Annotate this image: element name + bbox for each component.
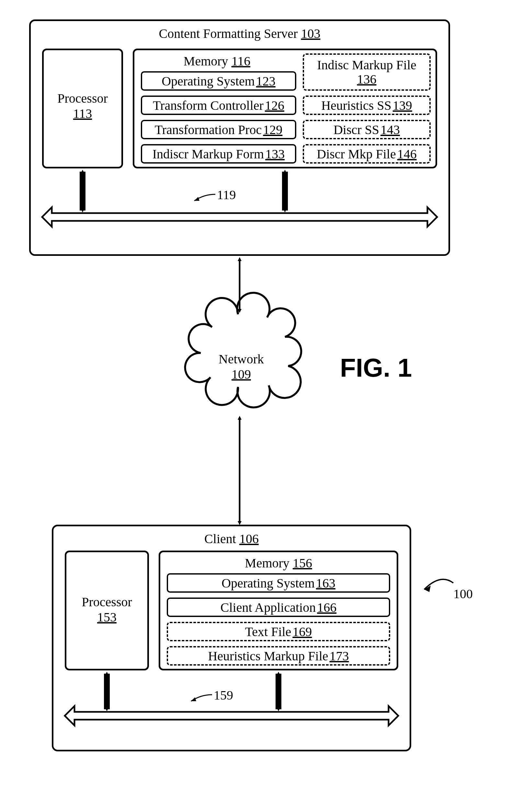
- server-mem-item-tc: Transform Controller 126: [141, 95, 296, 115]
- server-mem-item-imf: Indiscr Markup Form 133: [141, 144, 296, 164]
- server-mem-item-tp: Transformation Proc 129: [141, 120, 296, 139]
- server-mem-file-indisc: Indisc Markup File 136: [303, 54, 431, 91]
- server-mem-item-os: Operating System 123: [141, 71, 296, 91]
- client-mem-file-text: Text File 169: [167, 622, 390, 641]
- client-mem-file-hmf: Heuristics Markup File 173: [167, 646, 390, 665]
- server-mem-file-hss: Heuristics SS 139: [303, 95, 431, 115]
- diagram-canvas: Content Formatting Server 103 Processor …: [0, 0, 532, 787]
- server-mem-file-dmkp: Discr Mkp File 146: [303, 144, 431, 164]
- system-ref: 100: [453, 586, 473, 601]
- server-memory-title: Memory 116: [133, 54, 301, 69]
- system-ref-leader: [424, 579, 453, 592]
- network-title: Network 109: [194, 352, 288, 382]
- server-bus-ref: 119: [217, 187, 236, 203]
- client-bus-ref: 159: [214, 687, 233, 703]
- figure-label: FIG. 1: [340, 353, 412, 383]
- client-mem-item-app: Client Application 166: [167, 598, 390, 617]
- network-cloud: [185, 293, 301, 407]
- server-processor-title: Processor 113: [42, 91, 123, 121]
- client-mem-item-os: Operating System 163: [167, 573, 390, 593]
- server-title: Content Formatting Server 103: [29, 26, 450, 41]
- client-memory-title: Memory 156: [159, 555, 398, 571]
- server-mem-file-dss: Discr SS 143: [303, 120, 431, 139]
- svg-marker-8: [424, 586, 431, 592]
- client-title: Client 106: [52, 531, 411, 546]
- client-processor-title: Processor 153: [65, 594, 149, 625]
